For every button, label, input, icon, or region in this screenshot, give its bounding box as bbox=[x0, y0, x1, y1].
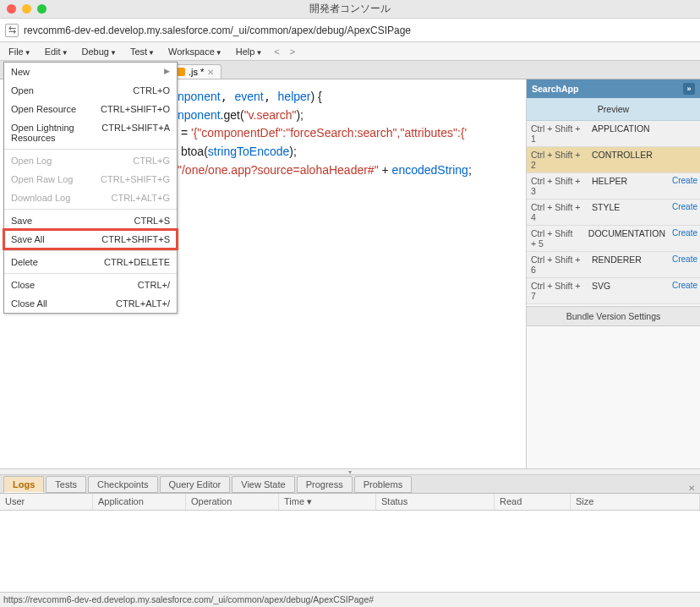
bundle-row-controller[interactable]: Ctrl + Shift + 2CONTROLLER bbox=[527, 147, 700, 173]
col-status[interactable]: Status bbox=[376, 494, 495, 510]
bundle-row-style[interactable]: Ctrl + Shift + 4STYLECreate bbox=[527, 200, 700, 226]
tab-query-editor[interactable]: Query Editor bbox=[160, 476, 231, 493]
sidebar-title: SearchApp bbox=[532, 84, 578, 94]
bundle-row-renderer[interactable]: Ctrl + Shift + 6RENDERERCreate bbox=[527, 252, 700, 278]
menu-save[interactable]: SaveCTRL+S bbox=[4, 211, 177, 230]
menu-separator bbox=[4, 273, 177, 274]
tab-view-state[interactable]: View State bbox=[232, 476, 294, 493]
file-type-icon bbox=[177, 68, 185, 76]
tab-checkpoints[interactable]: Checkpoints bbox=[88, 476, 158, 493]
menu-open-lightning[interactable]: Open Lightning ResourcesCTRL+SHIFT+A bbox=[4, 118, 177, 147]
menu-open-resource[interactable]: Open ResourceCTRL+SHIFT+O bbox=[4, 100, 177, 118]
menu-debug[interactable]: Debug▼ bbox=[77, 45, 122, 58]
menu-test[interactable]: Test▼ bbox=[125, 45, 160, 58]
col-application[interactable]: Application bbox=[93, 494, 186, 510]
horizontal-splitter[interactable] bbox=[0, 468, 700, 475]
tab-problems[interactable]: Problems bbox=[354, 476, 412, 493]
menu-save-all[interactable]: Save AllCTRL+SHIFT+S bbox=[4, 230, 177, 249]
menu-file[interactable]: File▼ bbox=[3, 45, 36, 58]
bundle-row-documentation[interactable]: Ctrl + Shift + 5DOCUMENTATIONCreate bbox=[527, 226, 700, 252]
col-size[interactable]: Size bbox=[571, 494, 700, 510]
menu-close[interactable]: CloseCTRL+/ bbox=[4, 276, 177, 294]
url-text[interactable]: revcomm6-dev-ed.develop.my.salesforce.co… bbox=[24, 25, 411, 36]
menu-separator bbox=[4, 149, 177, 150]
statusbar: https://revcomm6-dev-ed.develop.my.sales… bbox=[0, 592, 700, 607]
menu-new[interactable]: New▶ bbox=[4, 63, 177, 81]
col-read[interactable]: Read bbox=[495, 494, 571, 510]
panel-close-icon[interactable]: ✕ bbox=[688, 484, 695, 493]
titlebar: 開発者コンソール bbox=[0, 0, 700, 19]
log-table-body bbox=[0, 511, 700, 595]
log-table-header: User Application Operation Time ▾ Status… bbox=[0, 494, 700, 511]
nav-back-icon[interactable]: < bbox=[271, 46, 282, 57]
bundle-version-settings[interactable]: Bundle Version Settings bbox=[527, 306, 700, 326]
menu-separator bbox=[4, 209, 177, 210]
bundle-row-application[interactable]: Ctrl + Shift + 1APPLICATION bbox=[527, 121, 700, 147]
menu-open[interactable]: OpenCTRL+O bbox=[4, 81, 177, 100]
menu-close-all[interactable]: Close AllCTRL+ALT+/ bbox=[4, 294, 177, 313]
menu-edit[interactable]: Edit▼ bbox=[40, 45, 74, 58]
tab-logs[interactable]: Logs bbox=[3, 476, 44, 493]
nav-forward-icon[interactable]: > bbox=[287, 46, 298, 57]
col-time[interactable]: Time ▾ bbox=[279, 494, 376, 510]
menu-open-raw-log: Open Raw LogCTRL+SHIFT+G bbox=[4, 170, 177, 189]
bundle-row-svg[interactable]: Ctrl + Shift + 7SVGCreate bbox=[527, 278, 700, 304]
status-url: https://revcomm6-dev-ed.develop.my.sales… bbox=[3, 594, 374, 604]
col-operation[interactable]: Operation bbox=[186, 494, 279, 510]
menubar: File▼ Edit▼ Debug▼ Test▼ Workspace▼ Help… bbox=[0, 42, 700, 61]
expand-icon[interactable]: » bbox=[683, 83, 695, 95]
address-bar: ⇆ revcomm6-dev-ed.develop.my.salesforce.… bbox=[0, 19, 700, 42]
menu-help[interactable]: Help▼ bbox=[231, 45, 268, 58]
close-tab-icon[interactable]: ✕ bbox=[207, 68, 214, 77]
menu-delete[interactable]: DeleteCTRL+DELETE bbox=[4, 253, 177, 271]
file-dropdown: New▶ OpenCTRL+O Open ResourceCTRL+SHIFT+… bbox=[3, 62, 178, 314]
menu-workspace[interactable]: Workspace▼ bbox=[163, 45, 227, 58]
bottom-tabbar: Logs Tests Checkpoints Query Editor View… bbox=[0, 475, 700, 494]
menu-download-log: Download LogCTRL+ALT+G bbox=[4, 189, 177, 207]
tab-progress[interactable]: Progress bbox=[297, 476, 353, 493]
file-tab-label: .js * bbox=[189, 67, 204, 77]
site-settings-icon[interactable]: ⇆ bbox=[5, 24, 19, 37]
col-user[interactable]: User bbox=[0, 494, 93, 510]
window-title: 開発者コンソール bbox=[0, 2, 700, 16]
bundle-row-helper[interactable]: Ctrl + Shift + 3HELPERCreate bbox=[527, 173, 700, 200]
preview-button[interactable]: Preview bbox=[527, 98, 700, 121]
submenu-arrow-icon: ▶ bbox=[164, 67, 170, 77]
sidebar: SearchApp » Preview Ctrl + Shift + 1APPL… bbox=[526, 79, 700, 468]
tab-tests[interactable]: Tests bbox=[46, 476, 86, 493]
menu-open-log: Open LogCTRL+G bbox=[4, 151, 177, 170]
sidebar-header: SearchApp » bbox=[527, 79, 700, 98]
menu-separator bbox=[4, 250, 177, 251]
